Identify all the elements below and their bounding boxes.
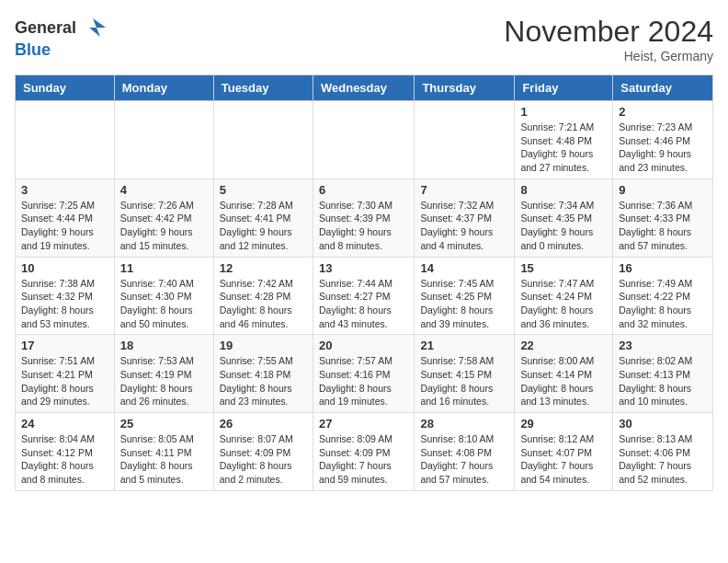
table-row: 10Sunrise: 7:38 AM Sunset: 4:32 PM Dayli…	[16, 257, 115, 335]
day-number: 26	[220, 417, 307, 431]
day-info: Sunrise: 8:13 AM Sunset: 4:06 PM Dayligh…	[619, 432, 707, 487]
day-number: 28	[420, 417, 508, 431]
col-sunday: Sunday	[16, 75, 115, 101]
day-number: 4	[120, 183, 208, 197]
title-block: November 2024 Heist, Germany	[504, 15, 713, 63]
day-info: Sunrise: 7:51 AM Sunset: 4:21 PM Dayligh…	[21, 354, 108, 408]
day-info: Sunrise: 7:44 AM Sunset: 4:27 PM Dayligh…	[319, 277, 408, 331]
day-number: 23	[619, 339, 707, 352]
col-tuesday: Tuesday	[213, 75, 313, 101]
day-info: Sunrise: 7:40 AM Sunset: 4:30 PM Dayligh…	[120, 277, 208, 331]
table-row: 3Sunrise: 7:25 AM Sunset: 4:44 PM Daylig…	[16, 178, 115, 257]
day-number: 19	[220, 339, 307, 352]
day-info: Sunrise: 7:30 AM Sunset: 4:39 PM Dayligh…	[319, 199, 408, 253]
table-row: 9Sunrise: 7:36 AM Sunset: 4:33 PM Daylig…	[613, 178, 713, 257]
table-row: 30Sunrise: 8:13 AM Sunset: 4:06 PM Dayli…	[613, 413, 713, 491]
table-row: 29Sunrise: 8:12 AM Sunset: 4:07 PM Dayli…	[515, 413, 613, 491]
calendar-week-row: 3Sunrise: 7:25 AM Sunset: 4:44 PM Daylig…	[16, 178, 713, 257]
day-info: Sunrise: 8:09 AM Sunset: 4:09 PM Dayligh…	[319, 432, 408, 487]
table-row: 7Sunrise: 7:32 AM Sunset: 4:37 PM Daylig…	[415, 178, 515, 257]
header: General Blue November 2024 Heist, German…	[15, 15, 713, 63]
col-saturday: Saturday	[613, 75, 713, 101]
day-number: 29	[520, 417, 607, 431]
location-title: Heist, Germany	[504, 49, 713, 63]
day-number: 11	[120, 261, 208, 275]
table-row	[16, 101, 115, 179]
logo-blue: Blue	[15, 40, 51, 59]
day-number: 15	[520, 261, 607, 275]
day-info: Sunrise: 7:34 AM Sunset: 4:35 PM Dayligh…	[520, 199, 607, 253]
table-row: 24Sunrise: 8:04 AM Sunset: 4:12 PM Dayli…	[16, 413, 115, 491]
day-number: 24	[21, 417, 108, 431]
table-row: 12Sunrise: 7:42 AM Sunset: 4:28 PM Dayli…	[213, 257, 313, 335]
calendar-week-row: 10Sunrise: 7:38 AM Sunset: 4:32 PM Dayli…	[16, 257, 713, 335]
col-wednesday: Wednesday	[313, 75, 414, 101]
table-row	[213, 101, 313, 179]
day-number: 1	[520, 105, 607, 119]
day-number: 25	[120, 417, 208, 431]
table-row: 17Sunrise: 7:51 AM Sunset: 4:21 PM Dayli…	[16, 335, 115, 413]
day-info: Sunrise: 8:00 AM Sunset: 4:14 PM Dayligh…	[520, 354, 607, 408]
day-number: 16	[619, 261, 707, 275]
table-row: 18Sunrise: 7:53 AM Sunset: 4:19 PM Dayli…	[114, 335, 213, 413]
table-row	[313, 101, 414, 179]
day-number: 18	[120, 339, 208, 352]
table-row: 22Sunrise: 8:00 AM Sunset: 4:14 PM Dayli…	[515, 335, 613, 413]
calendar-week-row: 17Sunrise: 7:51 AM Sunset: 4:21 PM Dayli…	[16, 335, 713, 413]
day-number: 3	[21, 183, 108, 197]
calendar-week-row: 24Sunrise: 8:04 AM Sunset: 4:12 PM Dayli…	[16, 413, 713, 491]
svg-marker-0	[89, 18, 106, 37]
day-number: 20	[319, 339, 408, 352]
day-info: Sunrise: 7:32 AM Sunset: 4:37 PM Dayligh…	[420, 199, 508, 253]
day-info: Sunrise: 7:58 AM Sunset: 4:15 PM Dayligh…	[420, 354, 508, 408]
table-row	[415, 101, 515, 179]
logo-general: General	[15, 18, 76, 38]
col-thursday: Thursday	[415, 75, 515, 101]
table-row: 4Sunrise: 7:26 AM Sunset: 4:42 PM Daylig…	[114, 178, 213, 257]
month-title: November 2024	[504, 15, 713, 49]
day-info: Sunrise: 8:10 AM Sunset: 4:08 PM Dayligh…	[420, 432, 508, 487]
day-number: 8	[520, 183, 607, 197]
day-number: 9	[619, 183, 707, 197]
table-row: 5Sunrise: 7:28 AM Sunset: 4:41 PM Daylig…	[213, 178, 313, 257]
day-info: Sunrise: 8:12 AM Sunset: 4:07 PM Dayligh…	[520, 432, 607, 487]
table-row	[114, 101, 213, 179]
table-row: 14Sunrise: 7:45 AM Sunset: 4:25 PM Dayli…	[415, 257, 515, 335]
calendar-table: Sunday Monday Tuesday Wednesday Thursday…	[15, 75, 713, 491]
table-row: 1Sunrise: 7:21 AM Sunset: 4:48 PM Daylig…	[515, 101, 613, 179]
day-info: Sunrise: 7:23 AM Sunset: 4:46 PM Dayligh…	[619, 121, 707, 175]
day-info: Sunrise: 7:25 AM Sunset: 4:44 PM Dayligh…	[21, 199, 108, 253]
table-row: 26Sunrise: 8:07 AM Sunset: 4:09 PM Dayli…	[213, 413, 313, 491]
day-info: Sunrise: 7:38 AM Sunset: 4:32 PM Dayligh…	[21, 277, 108, 331]
day-number: 5	[220, 183, 307, 197]
table-row: 8Sunrise: 7:34 AM Sunset: 4:35 PM Daylig…	[515, 178, 613, 257]
day-info: Sunrise: 8:07 AM Sunset: 4:09 PM Dayligh…	[220, 432, 307, 487]
col-monday: Monday	[114, 75, 213, 101]
day-number: 17	[21, 339, 108, 352]
table-row: 15Sunrise: 7:47 AM Sunset: 4:24 PM Dayli…	[515, 257, 613, 335]
day-info: Sunrise: 7:26 AM Sunset: 4:42 PM Dayligh…	[120, 199, 208, 253]
day-info: Sunrise: 7:57 AM Sunset: 4:16 PM Dayligh…	[319, 354, 408, 408]
day-info: Sunrise: 7:47 AM Sunset: 4:24 PM Dayligh…	[520, 277, 607, 331]
table-row: 25Sunrise: 8:05 AM Sunset: 4:11 PM Dayli…	[114, 413, 213, 491]
day-info: Sunrise: 8:05 AM Sunset: 4:11 PM Dayligh…	[120, 432, 208, 487]
table-row: 11Sunrise: 7:40 AM Sunset: 4:30 PM Dayli…	[114, 257, 213, 335]
table-row: 19Sunrise: 7:55 AM Sunset: 4:18 PM Dayli…	[213, 335, 313, 413]
day-number: 21	[420, 339, 508, 352]
day-number: 13	[319, 261, 408, 275]
day-info: Sunrise: 8:04 AM Sunset: 4:12 PM Dayligh…	[21, 432, 108, 487]
day-number: 2	[619, 105, 707, 119]
table-row: 2Sunrise: 7:23 AM Sunset: 4:46 PM Daylig…	[613, 101, 713, 179]
day-info: Sunrise: 7:42 AM Sunset: 4:28 PM Dayligh…	[220, 277, 307, 331]
table-row: 13Sunrise: 7:44 AM Sunset: 4:27 PM Dayli…	[313, 257, 414, 335]
table-row: 28Sunrise: 8:10 AM Sunset: 4:08 PM Dayli…	[415, 413, 515, 491]
table-row: 6Sunrise: 7:30 AM Sunset: 4:39 PM Daylig…	[313, 178, 414, 257]
day-info: Sunrise: 7:45 AM Sunset: 4:25 PM Dayligh…	[420, 277, 508, 331]
logo: General Blue	[15, 15, 106, 60]
day-number: 14	[420, 261, 508, 275]
day-number: 27	[319, 417, 408, 431]
table-row: 27Sunrise: 8:09 AM Sunset: 4:09 PM Dayli…	[313, 413, 414, 491]
table-row: 20Sunrise: 7:57 AM Sunset: 4:16 PM Dayli…	[313, 335, 414, 413]
day-info: Sunrise: 7:53 AM Sunset: 4:19 PM Dayligh…	[120, 354, 208, 408]
day-number: 10	[21, 261, 108, 275]
